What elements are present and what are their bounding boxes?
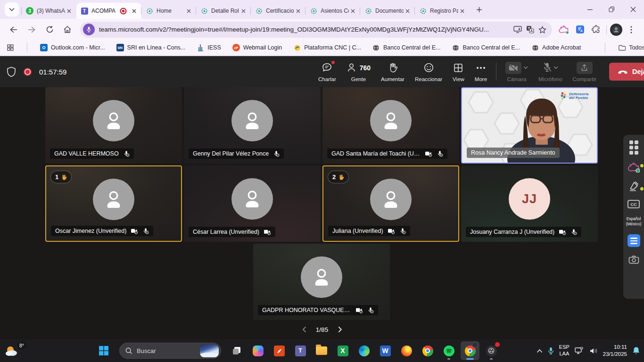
next-page-button[interactable]: [336, 325, 344, 334]
extension-translate-icon[interactable]: [573, 23, 587, 37]
mic-in-use-icon[interactable]: [548, 347, 554, 355]
leave-meeting-button[interactable]: Dejar: [609, 63, 644, 81]
camera-button-disabled[interactable]: Cámara: [500, 62, 533, 82]
new-tab-button[interactable]: [472, 3, 486, 16]
reload-button[interactable]: [41, 22, 58, 38]
close-tab-icon[interactable]: [349, 7, 357, 15]
back-button[interactable]: [6, 22, 22, 38]
screenshot-camera-icon[interactable]: [628, 255, 639, 264]
tab-asientos[interactable]: Asientos Cor: [305, 3, 360, 19]
participant-tile[interactable]: GAD Santa María del Toachi (Unverifi...: [322, 87, 459, 164]
address-bar[interactable]: teams.microsoft.com/v2/?meetingjoin=true…: [80, 22, 552, 38]
close-tab-icon[interactable]: [294, 7, 302, 15]
bookmark-star-icon[interactable]: [538, 26, 546, 33]
notification-bell-icon[interactable]: [632, 346, 640, 355]
profile-avatar[interactable]: [610, 24, 622, 36]
bookmark-adobe[interactable]: Adobe Acrobat: [531, 44, 581, 51]
search-daily-image[interactable]: [200, 345, 219, 357]
chrome-icon[interactable]: [418, 341, 437, 360]
tray-expand-chevron-icon[interactable]: [537, 349, 543, 353]
file-explorer-icon[interactable]: [312, 341, 331, 360]
tab-detalle-rol[interactable]: Detalle Rol: [196, 3, 251, 19]
close-window-button[interactable]: [622, 0, 644, 19]
home-button[interactable]: [59, 22, 75, 38]
participant-tile-active-speaker[interactable]: Defensoría del Pueblo Rosa Nancy Andrade…: [461, 87, 598, 164]
participant-tile-hand-raised[interactable]: 2 Juliana (Unverified): [322, 165, 459, 242]
highlighter-icon[interactable]: [628, 181, 639, 192]
react-button[interactable]: Reaccionar: [410, 62, 447, 82]
edge-icon[interactable]: [355, 341, 373, 360]
start-button[interactable]: [94, 341, 113, 360]
speaker-icon[interactable]: [589, 347, 598, 354]
more-button[interactable]: More: [470, 62, 492, 82]
copilot-icon[interactable]: [248, 341, 267, 360]
tab-whatsapp[interactable]: 3 (3) WhatsApp: [22, 3, 76, 19]
participant-tile-hand-raised[interactable]: 1 Oscar Jimenez (Unverified): [45, 165, 182, 242]
participant-tile[interactable]: JJ Josuany Carranza J (Unverified): [461, 165, 598, 242]
raise-hand-button[interactable]: Aumentar: [376, 62, 410, 82]
bookmark-outlook[interactable]: O Outlook.com - Micr...: [40, 44, 105, 51]
tab-search-button[interactable]: [5, 2, 19, 16]
close-tab-icon[interactable]: [404, 7, 412, 15]
weather-widget[interactable]: 8°: [5, 339, 19, 362]
bookmark-iess[interactable]: IESS: [197, 44, 221, 51]
word-icon[interactable]: W: [376, 341, 395, 360]
spotify-icon[interactable]: [439, 341, 458, 360]
task-view-button[interactable]: [227, 341, 246, 360]
participant-tile[interactable]: GAD VALLE HERMOSO: [45, 87, 182, 164]
participant-tile[interactable]: Genny Del Pilar Vélez Ponce: [184, 87, 321, 164]
close-tab-icon[interactable]: [239, 7, 248, 15]
tab-certificacion[interactable]: Certificacio: [251, 3, 305, 19]
taskbar-search[interactable]: Buscar: [119, 343, 221, 359]
pdf-app-icon[interactable]: [270, 341, 289, 360]
install-app-icon[interactable]: [513, 26, 522, 33]
excel-icon[interactable]: X: [333, 341, 352, 360]
mic-button-disabled[interactable]: Micrófono: [533, 62, 568, 82]
tab-teams-meeting[interactable]: T ACOMPA: [76, 3, 141, 19]
tab-home[interactable]: Home: [141, 3, 196, 19]
translate-page-icon[interactable]: [526, 25, 534, 33]
browser-menu-kebab-icon[interactable]: [624, 23, 638, 37]
chrome-active-icon[interactable]: [461, 341, 479, 360]
participant-tile[interactable]: GADPR HONORATO VASQUEZ LIC. VI...: [253, 244, 390, 320]
extensions-puzzle-icon[interactable]: [589, 23, 603, 37]
tab-documento[interactable]: Documento: [360, 3, 415, 19]
bookmark-banco-central-1[interactable]: Banco Central del E...: [372, 44, 441, 51]
tab-registro-pagos[interactable]: Registro Pag: [415, 3, 470, 19]
bookmark-banco-central-2[interactable]: Banco Central del E...: [452, 44, 520, 51]
notes-document-button[interactable]: [627, 234, 640, 247]
apps-grid-icon[interactable]: [7, 44, 14, 51]
captions-button[interactable]: CC: [627, 200, 640, 208]
participant-tile[interactable]: César Larrea (Unverified): [184, 165, 321, 242]
close-tab-icon[interactable]: [458, 7, 466, 15]
ai-cloud-icon[interactable]: [627, 163, 640, 173]
restore-button[interactable]: [601, 0, 622, 19]
teams-app-icon[interactable]: T: [291, 341, 310, 360]
caption-language-label[interactable]: Español (México): [626, 216, 642, 226]
chevron-down-icon[interactable]: [553, 66, 558, 69]
avatar: [93, 179, 134, 220]
share-button-disabled[interactable]: Compartir: [568, 62, 602, 82]
forward-button[interactable]: [24, 22, 40, 38]
keyboard-language[interactable]: ESP LAA: [559, 344, 570, 357]
minimize-button[interactable]: [579, 0, 601, 19]
bookmark-webmail[interactable]: cP Webmail Login: [232, 44, 282, 51]
view-button[interactable]: View: [447, 62, 470, 82]
site-microphone-permission-icon[interactable]: [83, 24, 95, 35]
close-tab-icon[interactable]: [185, 7, 193, 15]
firefox-icon[interactable]: [397, 341, 416, 360]
obs-icon[interactable]: [482, 341, 501, 360]
bookmark-sri[interactable]: SRI SRI en Línea - Cons...: [116, 44, 186, 51]
network-icon[interactable]: [575, 347, 584, 354]
chevron-down-icon[interactable]: [523, 66, 528, 69]
previous-page-button[interactable]: [300, 325, 308, 334]
chat-button[interactable]: Charlar: [313, 62, 341, 82]
all-bookmarks-button[interactable]: Todos los marcadores: [618, 44, 644, 51]
clock[interactable]: 10:11 23/1/2025: [603, 344, 627, 358]
extension-ai-cloud-icon[interactable]: [557, 23, 571, 37]
panel-apps-grid-icon[interactable]: [629, 140, 638, 155]
close-tab-icon[interactable]: [130, 7, 138, 15]
people-button[interactable]: 760 Gente: [341, 62, 376, 82]
bookmark-cnc[interactable]: Plataforma CNC | C...: [293, 44, 361, 51]
close-tab-icon[interactable]: [65, 7, 73, 15]
